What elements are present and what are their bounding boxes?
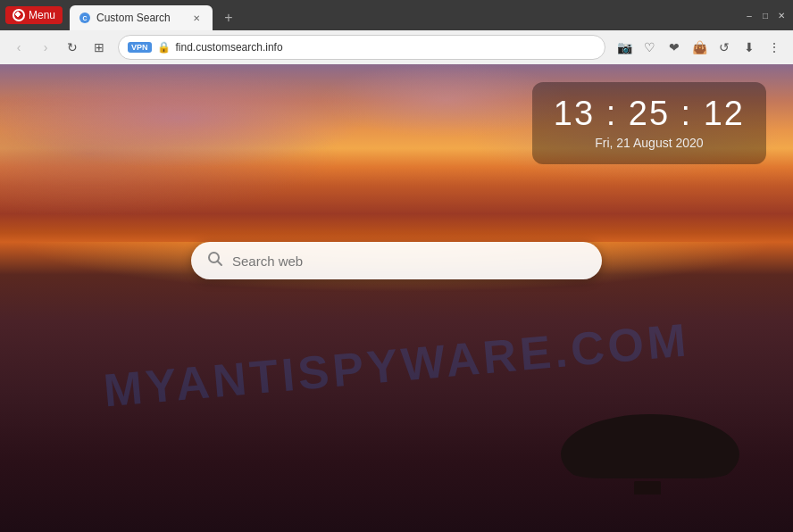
history-button[interactable]: ↺ bbox=[713, 36, 736, 59]
toolbar-right-buttons: 📷 ♡ ❤ 👜 ↺ ⬇ ⋮ bbox=[613, 36, 786, 59]
tabs-area: C Custom Search ✕ + bbox=[70, 0, 736, 30]
opera-logo-icon bbox=[13, 9, 25, 21]
forward-button[interactable]: › bbox=[34, 36, 57, 59]
lock-icon: 🔒 bbox=[157, 41, 171, 54]
title-bar: Menu C Custom Search ✕ + – □ ✕ bbox=[0, 0, 793, 30]
heart-button[interactable]: ❤ bbox=[663, 36, 686, 59]
tab-favicon: C bbox=[79, 12, 91, 24]
bookmark-button[interactable]: ♡ bbox=[638, 36, 661, 59]
camera-button[interactable]: 📷 bbox=[613, 36, 636, 59]
menu-label: Menu bbox=[29, 9, 55, 21]
svg-text:C: C bbox=[83, 15, 88, 21]
window-controls: – □ ✕ bbox=[743, 9, 788, 21]
new-tab-button[interactable]: + bbox=[216, 5, 241, 30]
menu-dots-button[interactable]: ⋮ bbox=[763, 36, 786, 59]
browser-chrome: Menu C Custom Search ✕ + – □ ✕ ‹ › bbox=[0, 0, 793, 64]
address-bar[interactable]: VPN 🔒 find.customsearch.info bbox=[118, 35, 605, 60]
page-content: MYANTISPYWARE.COM 13 : 25 : 12 Fri, 21 A… bbox=[0, 64, 793, 532]
svg-line-3 bbox=[218, 262, 222, 266]
clock-widget: 13 : 25 : 12 Fri, 21 August 2020 bbox=[532, 82, 766, 164]
pier-silhouette bbox=[634, 481, 661, 495]
opera-menu-button[interactable]: Menu bbox=[5, 6, 63, 24]
island-shape bbox=[561, 398, 739, 478]
wallet-button[interactable]: 👜 bbox=[688, 36, 711, 59]
tab-close-button[interactable]: ✕ bbox=[189, 11, 204, 25]
back-button[interactable]: ‹ bbox=[7, 36, 30, 59]
reload-button[interactable]: ↻ bbox=[61, 36, 84, 59]
search-icon bbox=[207, 251, 223, 270]
search-box[interactable] bbox=[191, 242, 602, 279]
close-button[interactable]: ✕ bbox=[775, 9, 788, 21]
tab-title: Custom Search bbox=[96, 12, 184, 24]
minimize-button[interactable]: – bbox=[743, 9, 755, 21]
grid-button[interactable]: ⊞ bbox=[88, 36, 111, 59]
search-container bbox=[191, 242, 602, 279]
search-input[interactable] bbox=[232, 254, 586, 269]
active-tab[interactable]: C Custom Search ✕ bbox=[70, 5, 213, 30]
maximize-button[interactable]: □ bbox=[759, 9, 772, 21]
address-text: find.customsearch.info bbox=[176, 41, 596, 54]
clock-date: Fri, 21 August 2020 bbox=[554, 136, 745, 150]
clock-time: 13 : 25 : 12 bbox=[554, 96, 745, 130]
island-silhouette bbox=[561, 398, 739, 478]
download-button[interactable]: ⬇ bbox=[738, 36, 761, 59]
vpn-badge: VPN bbox=[128, 42, 152, 53]
toolbar: ‹ › ↻ ⊞ VPN 🔒 find.customsearch.info 📷 ♡… bbox=[0, 30, 793, 64]
